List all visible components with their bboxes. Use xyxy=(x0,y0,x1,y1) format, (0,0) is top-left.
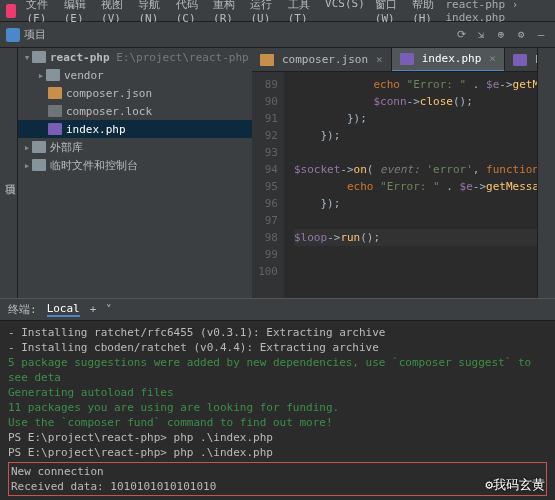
ide-logo-icon xyxy=(6,4,16,18)
editor-tabs: composer.json×index.php×Loop.php×php兼容式搭… xyxy=(252,48,537,72)
gutter: 8990919293949596979899100 xyxy=(252,72,284,298)
file-icon xyxy=(513,54,527,66)
right-gutter xyxy=(537,48,555,298)
collapse-icon[interactable]: ⇲ xyxy=(473,27,489,43)
editor-area: composer.json×index.php×Loop.php×php兼容式搭… xyxy=(252,48,537,298)
terminal-tab-local[interactable]: Local xyxy=(47,302,80,317)
code-editor[interactable]: 8990919293949596979899100 echo "Error: "… xyxy=(252,72,537,298)
editor-tab[interactable]: composer.json× xyxy=(252,48,392,72)
breadcrumb: react-php › index.php xyxy=(446,0,550,24)
terminal-output[interactable]: - Installing ratchet/rfc6455 (v0.3.1): E… xyxy=(0,321,555,500)
terminal-dropdown[interactable]: ˅ xyxy=(106,303,112,316)
project-toolbar: 项目 ⟳ ⇲ ⊕ ⚙ — xyxy=(0,22,555,48)
close-icon[interactable]: × xyxy=(489,52,496,65)
tree-root[interactable]: ▾react-php E:\project\react-php xyxy=(18,48,252,66)
settings-icon[interactable]: ⚙ xyxy=(513,27,529,43)
terminal-label: 终端: xyxy=(8,302,37,317)
tree-file-composer-lock[interactable]: composer.lock xyxy=(18,102,252,120)
project-tree: ▾react-php E:\project\react-php ▸vendor … xyxy=(18,48,252,298)
target-icon[interactable]: ⊕ xyxy=(493,27,509,43)
terminal-add-tab[interactable]: + xyxy=(90,303,97,316)
tree-file-composer-json[interactable]: composer.json xyxy=(18,84,252,102)
tree-external-libs[interactable]: ▸外部库 xyxy=(18,138,252,156)
terminal-panel: 终端: Local + ˅ - Installing ratchet/rfc64… xyxy=(0,298,555,500)
hide-icon[interactable]: — xyxy=(533,27,549,43)
tree-scratches[interactable]: ▸临时文件和控制台 xyxy=(18,156,252,174)
project-label: 项目 xyxy=(24,27,46,42)
editor-tab[interactable]: Loop.php× xyxy=(505,48,537,72)
project-icon xyxy=(6,28,20,42)
editor-tab[interactable]: index.php× xyxy=(392,48,505,72)
watermark: ⚙我码玄黄 xyxy=(485,476,545,494)
terminal-highlight-box: New connectionReceived data: 10101010101… xyxy=(8,462,547,496)
tree-folder-vendor[interactable]: ▸vendor xyxy=(18,66,252,84)
project-tool-tab[interactable]: 项目 xyxy=(0,48,18,298)
tree-file-index-php[interactable]: index.php xyxy=(18,120,252,138)
file-icon xyxy=(400,53,414,65)
file-icon xyxy=(260,54,274,66)
close-icon[interactable]: × xyxy=(376,53,383,66)
menu-bar: 文件(F)编辑(E)视图(V)导航(N)代码(C)重构(R)运行(U)工具(T)… xyxy=(0,0,555,22)
sync-icon[interactable]: ⟳ xyxy=(453,27,469,43)
